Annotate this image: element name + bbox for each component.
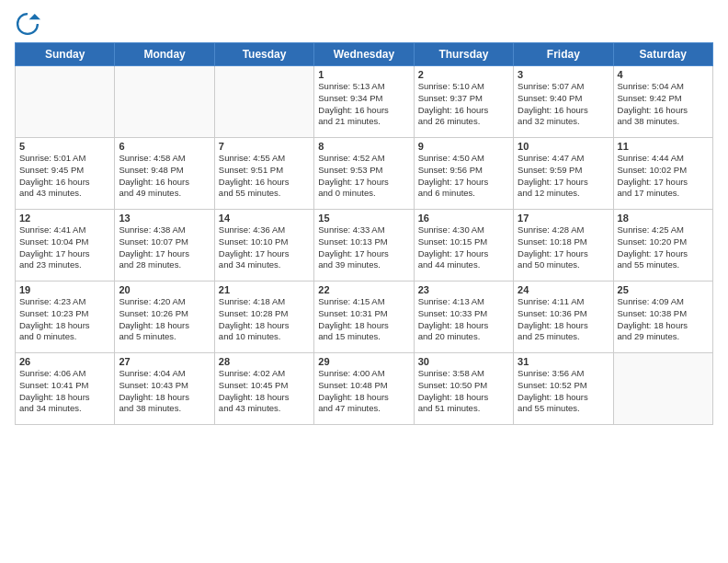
calendar-day: 4Sunrise: 5:04 AM Sunset: 9:42 PM Daylig… xyxy=(613,66,712,138)
day-info: Sunrise: 4:11 AM Sunset: 10:36 PM Daylig… xyxy=(518,296,609,343)
calendar-week-row: 12Sunrise: 4:41 AM Sunset: 10:04 PM Dayl… xyxy=(16,210,713,282)
calendar-day: 11Sunrise: 4:44 AM Sunset: 10:02 PM Dayl… xyxy=(613,138,712,210)
day-number: 25 xyxy=(618,284,709,295)
day-info: Sunrise: 5:01 AM Sunset: 9:45 PM Dayligh… xyxy=(19,153,110,200)
calendar-week-row: 19Sunrise: 4:23 AM Sunset: 10:23 PM Dayl… xyxy=(16,282,713,353)
day-number: 14 xyxy=(219,213,310,224)
day-info: Sunrise: 4:58 AM Sunset: 9:48 PM Dayligh… xyxy=(119,153,210,200)
calendar-table: SundayMondayTuesdayWednesdayThursdayFrid… xyxy=(15,42,713,425)
day-info: Sunrise: 4:23 AM Sunset: 10:23 PM Daylig… xyxy=(19,296,110,343)
calendar-day: 23Sunrise: 4:13 AM Sunset: 10:33 PM Dayl… xyxy=(414,282,513,353)
day-number: 7 xyxy=(219,141,310,152)
day-info: Sunrise: 4:25 AM Sunset: 10:20 PM Daylig… xyxy=(618,224,709,271)
calendar-week-row: 26Sunrise: 4:06 AM Sunset: 10:41 PM Dayl… xyxy=(16,353,713,425)
day-number: 1 xyxy=(318,69,409,80)
day-number: 22 xyxy=(318,284,409,295)
day-info: Sunrise: 4:06 AM Sunset: 10:41 PM Daylig… xyxy=(19,368,110,415)
calendar-day: 15Sunrise: 4:33 AM Sunset: 10:13 PM Dayl… xyxy=(314,210,414,282)
day-number: 5 xyxy=(19,141,110,152)
day-info: Sunrise: 4:13 AM Sunset: 10:33 PM Daylig… xyxy=(418,296,509,343)
weekday-header-saturday: Saturday xyxy=(613,43,712,66)
calendar-day: 30Sunrise: 3:58 AM Sunset: 10:50 PM Dayl… xyxy=(414,353,513,425)
page: SundayMondayTuesdayWednesdayThursdayFrid… xyxy=(0,0,728,432)
calendar-day: 24Sunrise: 4:11 AM Sunset: 10:36 PM Dayl… xyxy=(514,282,613,353)
calendar-day: 10Sunrise: 4:47 AM Sunset: 9:59 PM Dayli… xyxy=(514,138,613,210)
calendar-day: 1Sunrise: 5:13 AM Sunset: 9:34 PM Daylig… xyxy=(314,66,414,138)
calendar-day: 26Sunrise: 4:06 AM Sunset: 10:41 PM Dayl… xyxy=(16,353,115,425)
calendar-day: 13Sunrise: 4:38 AM Sunset: 10:07 PM Dayl… xyxy=(115,210,214,282)
day-info: Sunrise: 4:00 AM Sunset: 10:48 PM Daylig… xyxy=(318,368,409,415)
calendar-week-row: 1Sunrise: 5:13 AM Sunset: 9:34 PM Daylig… xyxy=(16,66,713,138)
day-info: Sunrise: 5:07 AM Sunset: 9:40 PM Dayligh… xyxy=(518,81,609,128)
calendar-day: 5Sunrise: 5:01 AM Sunset: 9:45 PM Daylig… xyxy=(16,138,115,210)
day-number: 10 xyxy=(518,141,609,152)
day-info: Sunrise: 4:36 AM Sunset: 10:10 PM Daylig… xyxy=(219,224,310,271)
day-number: 19 xyxy=(19,284,110,295)
calendar-day: 31Sunrise: 3:56 AM Sunset: 10:52 PM Dayl… xyxy=(514,353,613,425)
weekday-header-row: SundayMondayTuesdayWednesdayThursdayFrid… xyxy=(16,43,713,66)
calendar-day: 6Sunrise: 4:58 AM Sunset: 9:48 PM Daylig… xyxy=(115,138,214,210)
header xyxy=(15,11,713,37)
day-info: Sunrise: 4:04 AM Sunset: 10:43 PM Daylig… xyxy=(119,368,210,415)
day-info: Sunrise: 4:30 AM Sunset: 10:15 PM Daylig… xyxy=(418,224,509,271)
day-number: 30 xyxy=(418,356,509,367)
weekday-header-monday: Monday xyxy=(115,43,214,66)
day-info: Sunrise: 4:02 AM Sunset: 10:45 PM Daylig… xyxy=(219,368,310,415)
day-number: 29 xyxy=(318,356,409,367)
calendar-day: 21Sunrise: 4:18 AM Sunset: 10:28 PM Dayl… xyxy=(214,282,313,353)
day-number: 3 xyxy=(518,69,609,80)
weekday-header-thursday: Thursday xyxy=(414,43,513,66)
day-info: Sunrise: 4:41 AM Sunset: 10:04 PM Daylig… xyxy=(19,224,110,271)
calendar-day xyxy=(214,66,313,138)
day-number: 6 xyxy=(119,141,210,152)
calendar-day: 12Sunrise: 4:41 AM Sunset: 10:04 PM Dayl… xyxy=(16,210,115,282)
day-info: Sunrise: 4:09 AM Sunset: 10:38 PM Daylig… xyxy=(618,296,709,343)
day-info: Sunrise: 4:44 AM Sunset: 10:02 PM Daylig… xyxy=(618,153,709,200)
calendar-day: 19Sunrise: 4:23 AM Sunset: 10:23 PM Dayl… xyxy=(16,282,115,353)
calendar-day: 9Sunrise: 4:50 AM Sunset: 9:56 PM Daylig… xyxy=(414,138,513,210)
weekday-header-tuesday: Tuesday xyxy=(214,43,313,66)
calendar-day: 28Sunrise: 4:02 AM Sunset: 10:45 PM Dayl… xyxy=(214,353,313,425)
day-number: 24 xyxy=(518,284,609,295)
weekday-header-wednesday: Wednesday xyxy=(314,43,414,66)
day-info: Sunrise: 4:52 AM Sunset: 9:53 PM Dayligh… xyxy=(318,153,409,200)
day-number: 8 xyxy=(318,141,409,152)
calendar-day: 2Sunrise: 5:10 AM Sunset: 9:37 PM Daylig… xyxy=(414,66,513,138)
calendar-day xyxy=(613,353,712,425)
calendar-day: 17Sunrise: 4:28 AM Sunset: 10:18 PM Dayl… xyxy=(514,210,613,282)
calendar-day: 22Sunrise: 4:15 AM Sunset: 10:31 PM Dayl… xyxy=(314,282,414,353)
day-info: Sunrise: 4:33 AM Sunset: 10:13 PM Daylig… xyxy=(318,224,409,271)
day-number: 20 xyxy=(119,284,210,295)
day-number: 9 xyxy=(418,141,509,152)
day-number: 4 xyxy=(618,69,709,80)
logo-icon xyxy=(15,11,40,37)
day-number: 18 xyxy=(618,213,709,224)
calendar-day: 7Sunrise: 4:55 AM Sunset: 9:51 PM Daylig… xyxy=(214,138,313,210)
day-number: 15 xyxy=(318,213,409,224)
calendar-day: 27Sunrise: 4:04 AM Sunset: 10:43 PM Dayl… xyxy=(115,353,214,425)
day-number: 16 xyxy=(418,213,509,224)
calendar-day: 14Sunrise: 4:36 AM Sunset: 10:10 PM Dayl… xyxy=(214,210,313,282)
day-info: Sunrise: 5:04 AM Sunset: 9:42 PM Dayligh… xyxy=(618,81,709,128)
day-number: 17 xyxy=(518,213,609,224)
calendar-week-row: 5Sunrise: 5:01 AM Sunset: 9:45 PM Daylig… xyxy=(16,138,713,210)
day-info: Sunrise: 4:38 AM Sunset: 10:07 PM Daylig… xyxy=(119,224,210,271)
calendar-day: 29Sunrise: 4:00 AM Sunset: 10:48 PM Dayl… xyxy=(314,353,414,425)
calendar-day xyxy=(16,66,115,138)
calendar-day xyxy=(115,66,214,138)
day-info: Sunrise: 4:50 AM Sunset: 9:56 PM Dayligh… xyxy=(418,153,509,200)
calendar-day: 20Sunrise: 4:20 AM Sunset: 10:26 PM Dayl… xyxy=(115,282,214,353)
day-number: 2 xyxy=(418,69,509,80)
day-number: 13 xyxy=(119,213,210,224)
day-number: 21 xyxy=(219,284,310,295)
day-info: Sunrise: 5:10 AM Sunset: 9:37 PM Dayligh… xyxy=(418,81,509,128)
weekday-header-friday: Friday xyxy=(514,43,613,66)
day-number: 11 xyxy=(618,141,709,152)
day-number: 23 xyxy=(418,284,509,295)
day-number: 31 xyxy=(518,356,609,367)
day-number: 12 xyxy=(19,213,110,224)
day-info: Sunrise: 3:58 AM Sunset: 10:50 PM Daylig… xyxy=(418,368,509,415)
calendar-day: 18Sunrise: 4:25 AM Sunset: 10:20 PM Dayl… xyxy=(613,210,712,282)
day-info: Sunrise: 4:55 AM Sunset: 9:51 PM Dayligh… xyxy=(219,153,310,200)
day-info: Sunrise: 4:15 AM Sunset: 10:31 PM Daylig… xyxy=(318,296,409,343)
